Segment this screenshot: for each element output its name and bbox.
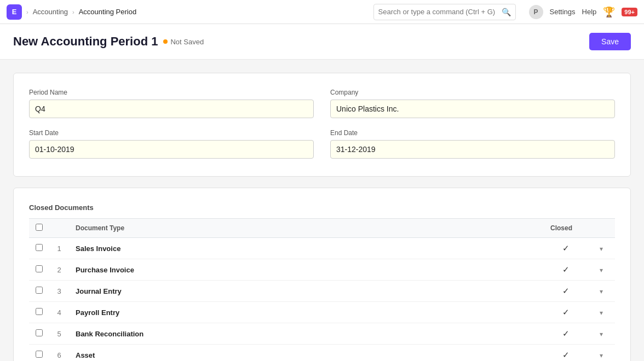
row-closed-cell: ✓ [544, 345, 588, 362]
table-body: 1 Sales Invoice ✓ ▾ 2 Purchase Invoice ✓… [29, 238, 615, 362]
row-action-cell[interactable]: ▾ [588, 259, 615, 281]
end-date-label: End Date [330, 129, 615, 137]
table-row: 6 Asset ✓ ▾ [29, 345, 615, 362]
top-navigation: E › Accounting › Accounting Period 🔍 P S… [0, 0, 644, 24]
row-closed-cell: ✓ [544, 281, 588, 302]
table-row: 2 Purchase Invoice ✓ ▾ [29, 259, 615, 281]
chevron-down-icon[interactable]: ▾ [600, 266, 603, 274]
period-name-input[interactable] [29, 100, 314, 118]
row-checkbox-cell [29, 323, 49, 345]
start-date-group: Start Date [29, 129, 314, 159]
row-num: 6 [49, 345, 69, 362]
row-checkbox-cell [29, 238, 49, 259]
top-right-actions: P Settings Help 🏆 99+ [529, 5, 637, 19]
row-document-type: Sales Invoice [69, 238, 544, 259]
chevron-down-icon[interactable]: ▾ [600, 288, 603, 295]
row-action-cell[interactable]: ▾ [588, 238, 615, 259]
row-action-cell[interactable]: ▾ [588, 281, 615, 302]
row-num: 4 [49, 302, 69, 323]
save-button[interactable]: Save [589, 33, 631, 50]
main-content: Period Name Company Start Date End Date … [0, 60, 644, 361]
row-checkbox[interactable] [36, 329, 43, 336]
row-checkbox[interactable] [36, 265, 43, 272]
row-document-type: Payroll Entry [69, 302, 544, 323]
search-input[interactable] [378, 8, 499, 16]
end-date-group: End Date [330, 129, 615, 159]
breadcrumb-chevron-1: › [26, 9, 28, 15]
row-checkbox[interactable] [36, 287, 43, 294]
row-closed-cell: ✓ [544, 238, 588, 259]
row-num: 2 [49, 259, 69, 281]
start-date-input[interactable] [29, 140, 314, 159]
company-input[interactable] [330, 100, 615, 118]
search-icon: 🔍 [502, 8, 511, 16]
row-document-type: Journal Entry [69, 281, 544, 302]
start-date-label: Start Date [29, 129, 314, 137]
row-checkbox[interactable] [36, 308, 43, 315]
help-button[interactable]: Help [582, 8, 597, 16]
avatar[interactable]: P [529, 5, 543, 19]
closed-documents-table: Document Type Closed 1 Sales Invoice ✓ ▾ [29, 218, 615, 361]
closed-documents-card: Closed Documents Document Type Closed 1 [13, 188, 631, 361]
page-header: New Accounting Period 1 Not Saved Save [0, 24, 644, 60]
closed-documents-title: Closed Documents [29, 203, 615, 212]
table-row: 4 Payroll Entry ✓ ▾ [29, 302, 615, 323]
breadcrumb-accounting[interactable]: Accounting [33, 8, 68, 16]
form-grid: Period Name Company Start Date End Date [29, 89, 615, 159]
row-num: 5 [49, 323, 69, 345]
notification-badge[interactable]: 99+ [622, 8, 637, 16]
page-title-area: New Accounting Period 1 Not Saved [13, 34, 204, 49]
closed-checkmark-icon: ✓ [562, 243, 570, 253]
settings-button[interactable]: Settings [550, 8, 576, 16]
row-closed-cell: ✓ [544, 323, 588, 345]
closed-checkmark-icon: ✓ [562, 350, 570, 359]
chevron-down-icon[interactable]: ▾ [600, 352, 603, 359]
row-document-type: Asset [69, 345, 544, 362]
row-closed-cell: ✓ [544, 259, 588, 281]
closed-checkmark-icon: ✓ [562, 265, 570, 274]
form-card: Period Name Company Start Date End Date [13, 73, 631, 177]
row-checkbox[interactable] [36, 244, 43, 251]
row-num: 3 [49, 281, 69, 302]
table-row: 5 Bank Reconciliation ✓ ▾ [29, 323, 615, 345]
table-row: 3 Journal Entry ✓ ▾ [29, 281, 615, 302]
app-logo[interactable]: E [7, 4, 22, 20]
row-closed-cell: ✓ [544, 302, 588, 323]
header-checkbox[interactable] [36, 224, 43, 231]
breadcrumb-accounting-period: Accounting Period [79, 8, 137, 16]
chevron-down-icon[interactable]: ▾ [600, 309, 603, 317]
breadcrumb-chevron-2: › [72, 9, 74, 15]
row-checkbox-cell [29, 259, 49, 281]
row-checkbox-cell [29, 302, 49, 323]
row-action-cell[interactable]: ▾ [588, 345, 615, 362]
closed-checkmark-icon: ✓ [562, 329, 570, 338]
header-checkbox-cell [29, 219, 49, 238]
closed-checkmark-icon: ✓ [562, 286, 570, 295]
row-num: 1 [49, 238, 69, 259]
search-bar[interactable]: 🔍 [373, 4, 516, 20]
header-closed: Closed [544, 219, 588, 238]
page-title: New Accounting Period 1 [13, 34, 158, 49]
closed-checkmark-icon: ✓ [562, 307, 570, 317]
table-row: 1 Sales Invoice ✓ ▾ [29, 238, 615, 259]
row-checkbox[interactable] [36, 351, 43, 358]
status-badge: Not Saved [163, 38, 204, 46]
row-checkbox-cell [29, 345, 49, 362]
row-action-cell[interactable]: ▾ [588, 302, 615, 323]
table-header-row: Document Type Closed [29, 219, 615, 238]
row-document-type: Bank Reconciliation [69, 323, 544, 345]
header-num-cell [49, 219, 69, 238]
row-action-cell[interactable]: ▾ [588, 323, 615, 345]
chevron-down-icon[interactable]: ▾ [600, 245, 603, 253]
header-document-type: Document Type [69, 219, 544, 238]
chevron-down-icon[interactable]: ▾ [600, 330, 603, 338]
period-name-label: Period Name [29, 89, 314, 96]
row-document-type: Purchase Invoice [69, 259, 544, 281]
period-name-group: Period Name [29, 89, 314, 118]
end-date-input[interactable] [330, 140, 615, 159]
row-checkbox-cell [29, 281, 49, 302]
company-label: Company [330, 89, 615, 96]
status-text: Not Saved [170, 38, 204, 46]
company-group: Company [330, 89, 615, 118]
header-action [588, 219, 615, 238]
